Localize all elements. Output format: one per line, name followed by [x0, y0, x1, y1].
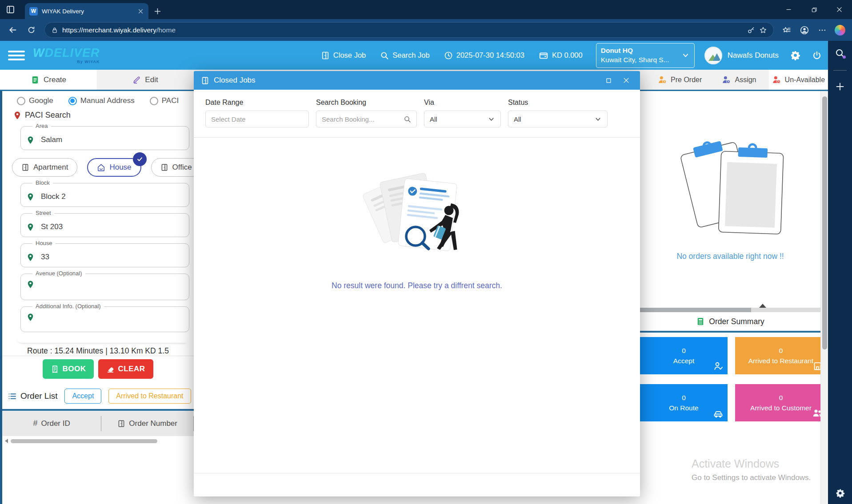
order-summary-tiles: 0 Accept 0 Arrived to Restaurant 0 On Ro…: [640, 333, 820, 421]
wallet-icon: [539, 51, 548, 60]
tab-edit[interactable]: Edit: [97, 70, 194, 90]
street-field[interactable]: Street St 203: [20, 213, 189, 237]
date-range-filter: Date Range: [205, 99, 309, 127]
tab-create[interactable]: Create: [0, 70, 97, 90]
order-list-title: Order List: [8, 391, 57, 401]
menu-icon[interactable]: [8, 49, 25, 62]
settings-gear-icon[interactable]: [790, 50, 800, 60]
radio-google[interactable]: Google: [17, 96, 53, 105]
password-key-icon[interactable]: [747, 26, 755, 34]
wallet-balance: KD 0.000: [539, 51, 583, 60]
close-job-button[interactable]: Close Job: [321, 51, 366, 60]
status-select[interactable]: All: [508, 111, 608, 127]
clear-button[interactable]: CLEAR: [98, 359, 153, 379]
url-text[interactable]: https://merchant.wiyak.delivery/home: [62, 26, 743, 34]
restore-button[interactable]: [801, 0, 827, 19]
tab-close-icon[interactable]: [137, 8, 144, 15]
browser-profile-icon[interactable]: [797, 23, 812, 38]
avenue-field[interactable]: Avenue (Optional): [20, 274, 189, 300]
col-order-id: # Order ID: [2, 416, 101, 431]
sidebar-add-icon[interactable]: [835, 81, 845, 92]
pin-icon: [13, 111, 22, 120]
merchant-avatar[interactable]: [704, 47, 722, 64]
scroll-up-arrow[interactable]: [759, 304, 766, 308]
modal-header[interactable]: Closed Jobs: [194, 71, 640, 90]
copilot-icon[interactable]: [832, 23, 848, 38]
orders-hscrollbar[interactable]: [640, 308, 820, 312]
pin-icon: [26, 136, 35, 144]
scrollbar-thumb[interactable]: [11, 439, 157, 443]
radio-paci[interactable]: PACI: [150, 96, 179, 105]
search-booking-filter: Search Booking: [316, 99, 417, 127]
via-select[interactable]: All: [424, 111, 501, 127]
close-window-button[interactable]: [827, 0, 852, 19]
order-table-hscrollbar[interactable]: [2, 436, 194, 443]
minimize-button[interactable]: [776, 0, 801, 19]
chevron-down-icon: [681, 51, 690, 60]
refresh-icon[interactable]: [23, 22, 39, 38]
tab-unavailable[interactable]: Un-Available: [769, 70, 828, 90]
no-results-text: No result were found. Please try a diffr…: [332, 281, 502, 290]
pin-icon: [26, 313, 35, 321]
workspaces-icon[interactable]: [0, 0, 20, 19]
apartment-button[interactable]: Apartment: [12, 158, 77, 177]
house-field[interactable]: House 33: [20, 243, 189, 267]
create-doc-icon: [31, 75, 40, 84]
tile-on-route[interactable]: 0 On Route: [640, 384, 728, 421]
book-button[interactable]: BOOK: [43, 359, 94, 379]
scrollbar-thumb[interactable]: [640, 308, 751, 312]
scrollbar-thumb[interactable]: [822, 96, 827, 349]
no-results-illustration: [348, 161, 486, 274]
house-button[interactable]: House: [87, 158, 141, 177]
search-job-button[interactable]: Search Job: [380, 51, 429, 60]
lock-icon[interactable]: [51, 27, 58, 34]
no-orders-text: No orders available right now !!: [640, 252, 820, 261]
modal-close-icon[interactable]: [620, 74, 633, 87]
area-field[interactable]: Area Salam: [20, 126, 189, 150]
branch-selector[interactable]: Donut HQ Kuwait City, Sharq S...: [596, 43, 695, 68]
modal-maximize-icon[interactable]: [602, 74, 615, 87]
office-button[interactable]: Office: [151, 158, 194, 177]
divider: [833, 70, 847, 71]
branch-name: Donut HQ: [601, 47, 679, 55]
building-icon: [160, 163, 168, 171]
tab-title: WIYAK Delivery: [42, 8, 133, 15]
order-table-header: # Order ID Order Number: [2, 411, 194, 436]
page-vscrollbar[interactable]: [820, 91, 828, 504]
sidebar-search-icon[interactable]: [835, 48, 845, 59]
tab-assign[interactable]: Assign: [709, 70, 768, 90]
date-range-input[interactable]: [211, 115, 303, 123]
browser-titlebar: W WIYAK Delivery: [0, 0, 852, 19]
tile-arrived-restaurant[interactable]: 0 Arrived to Restaurant: [735, 337, 827, 374]
order-list-arrived-filter[interactable]: Arrived to Restaurant: [108, 389, 191, 404]
chevron-down-icon: [488, 115, 495, 123]
radio-manual-address[interactable]: Manual Address: [68, 96, 135, 105]
browser-menu-icon[interactable]: [815, 23, 830, 38]
edit-pencil-icon: [132, 75, 141, 84]
address-bar[interactable]: https://merchant.wiyak.delivery/home: [44, 22, 774, 38]
tile-accept[interactable]: 0 Accept: [640, 337, 728, 374]
block-field[interactable]: Block Block 2: [20, 183, 189, 207]
order-list-accept-filter[interactable]: Accept: [64, 389, 101, 404]
favorites-bar-icon[interactable]: [779, 23, 794, 38]
logout-power-icon[interactable]: [812, 51, 822, 60]
search-booking-input[interactable]: [322, 115, 404, 123]
back-icon[interactable]: [4, 22, 20, 38]
tab-pre-order[interactable]: Pre Order: [650, 70, 709, 90]
person-check-icon: [713, 361, 724, 371]
new-tab-button[interactable]: [148, 3, 166, 19]
additional-info-field[interactable]: Additional Info. (Optional): [20, 306, 189, 332]
modal-empty-state: No result were found. Please try a diffr…: [194, 138, 640, 473]
create-order-panel: Google Manual Address PACI PACI Search A…: [0, 91, 194, 504]
order-status-tabs: Pre Order Assign Un-Available: [650, 70, 828, 90]
paci-search-link[interactable]: PACI Search: [2, 105, 194, 120]
browser-tab[interactable]: W WIYAK Delivery: [25, 3, 148, 19]
sidebar-settings-icon[interactable]: [836, 488, 845, 498]
favorite-star-icon[interactable]: [759, 26, 767, 34]
pin-icon: [26, 193, 35, 201]
browser-window: W WIYAK Delivery https://merchant.wiyak.…: [0, 0, 852, 504]
assign-icon: [722, 75, 731, 84]
tile-arrived-customer[interactable]: 0 Arrived to Customer: [735, 384, 827, 421]
pre-order-icon: [658, 75, 667, 84]
scroll-left-arrow[interactable]: [5, 439, 8, 443]
